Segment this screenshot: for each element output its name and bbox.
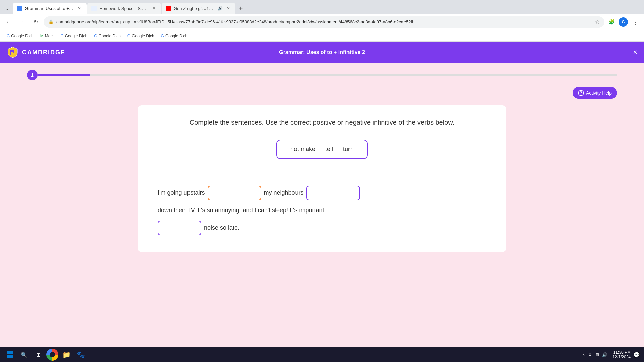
progress-segment-2	[90, 74, 143, 76]
bookmark-google-dich-2[interactable]: G Google Dịch	[58, 33, 90, 39]
mic-icon: 🎙	[588, 352, 592, 357]
activity-help-label: Activity Help	[586, 90, 612, 96]
youtube-tab-close[interactable]: ✕	[225, 5, 231, 11]
bookmark-google-dich-1[interactable]: G Google Dịch	[4, 33, 36, 39]
menu-button[interactable]: ⋮	[630, 17, 641, 27]
progress-segment-6	[301, 74, 354, 76]
progress-bar: 1	[27, 70, 617, 80]
activity-help-container: ? Activity Help	[27, 87, 617, 99]
grammar-favicon	[17, 6, 22, 11]
tab-youtube[interactable]: Gen Z nghe gì: #13 Mùa đ... 🔊 ✕	[162, 3, 235, 14]
word-not-make: not make	[290, 146, 315, 153]
windows-start-button[interactable]	[4, 349, 16, 361]
answer-input-3[interactable]	[158, 221, 201, 235]
extensions-button[interactable]: 🧩	[607, 17, 616, 27]
volume-icon: 🔊	[602, 352, 607, 357]
grammar-tab-close[interactable]: ✕	[76, 5, 83, 11]
files-taskbar-button[interactable]: 📁	[60, 349, 72, 361]
studyx-favicon	[91, 6, 97, 11]
sentence-part-3-after: noise so late.	[204, 221, 239, 235]
progress-segment-10	[512, 74, 565, 76]
address-bar-row: ← → ↻ 🔒 cambridgeone.org/nlp/learner/org…	[0, 14, 644, 30]
progress-segment-1	[38, 74, 90, 76]
activity-help-icon: ?	[578, 90, 584, 96]
cambridge-text: CAMBRIDGE	[22, 49, 65, 56]
profile-button[interactable]: C	[619, 17, 628, 27]
cambridge-logo: CAMBRIDGE	[7, 46, 65, 58]
answer-input-2[interactable]	[306, 186, 360, 200]
bookmark-star-icon[interactable]: ☆	[595, 19, 600, 25]
tab-grammar[interactable]: Grammar: Uses of to + infinitiv... ✕	[13, 3, 87, 14]
svg-rect-2	[13, 50, 14, 53]
word-bank-wrapper: not make tell turn	[158, 140, 486, 172]
clock-time: 11:30 PM	[613, 350, 631, 355]
progress-segment-11	[565, 74, 617, 76]
cambridge-header: CAMBRIDGE Grammar: Uses of to + infiniti…	[0, 42, 644, 63]
word-turn: turn	[343, 146, 354, 153]
exercise-area: Complete the sentences. Use the correct …	[138, 105, 506, 252]
sentence-part-1-middle: my neighbours	[264, 186, 304, 200]
progress-segment-4	[196, 74, 248, 76]
notification-icon[interactable]: 💬	[633, 352, 640, 358]
browser-chrome: ⌄ Grammar: Uses of to + infinitiv... ✕ H…	[0, 0, 644, 42]
back-button[interactable]: ←	[3, 17, 14, 27]
reload-button[interactable]: ↻	[30, 17, 41, 27]
cambridge-shield-icon	[7, 46, 19, 58]
clock-display[interactable]: 11:30 PM 12/1/2024	[613, 350, 631, 359]
instruction-text: Complete the sentences. Use the correct …	[158, 119, 486, 126]
progress-segment-7	[354, 74, 407, 76]
youtube-favicon	[166, 6, 171, 11]
caret-up-icon[interactable]: ∧	[582, 352, 585, 357]
word-tell: tell	[325, 146, 333, 153]
svg-rect-3	[7, 351, 10, 354]
grammar-tab-title: Grammar: Uses of to + infinitiv...	[25, 6, 74, 11]
progress-segment-5	[248, 74, 301, 76]
bookmark-google-dich-4[interactable]: G Google Dịch	[125, 33, 157, 39]
tab-studyx[interactable]: Homework Space - StudyX ✕	[87, 3, 161, 14]
content-area: 1 ? Activity Help Complete the sentences…	[0, 63, 644, 298]
svg-rect-5	[7, 355, 10, 358]
svg-rect-6	[10, 355, 13, 358]
sentence-line-2: down their TV. It's so annoying, and I c…	[158, 204, 486, 217]
network-icon: 🖥	[595, 352, 599, 357]
studyx-tab-title: Homework Space - StudyX	[99, 6, 148, 11]
sentence-line-3: noise so late.	[158, 221, 486, 235]
tab-bar: ⌄ Grammar: Uses of to + infinitiv... ✕ H…	[0, 0, 644, 14]
bookmark-google-dich-3[interactable]: G Google Dịch	[91, 33, 123, 39]
sentence-line-1: I'm going upstairs my neighbours	[158, 186, 486, 200]
speaker-icon: 🔊	[218, 6, 223, 11]
taskbar: 🔍 ⊞ 📁 🐾 ∧ 🎙 🖥 🔊 11:30 PM 12/1/2024 💬	[0, 347, 644, 362]
progress-step-1: 1	[27, 70, 38, 80]
tab-expand-button[interactable]: ⌄	[3, 4, 12, 13]
claw-taskbar-button[interactable]: 🐾	[74, 349, 87, 361]
chrome-taskbar-button[interactable]	[46, 349, 58, 361]
system-tray: ∧ 🎙 🖥 🔊 11:30 PM 12/1/2024 💬	[582, 350, 640, 359]
header-title: Grammar: Uses of to + infinitive 2	[279, 49, 365, 55]
header-close-button[interactable]: ×	[633, 48, 637, 57]
forward-button[interactable]: →	[17, 17, 28, 27]
youtube-tab-title: Gen Z nghe gì: #13 Mùa đ...	[174, 6, 215, 11]
address-bar[interactable]: 🔒 cambridgeone.org/nlp/learner/org_cup_l…	[44, 16, 604, 28]
word-bank: not make tell turn	[276, 140, 368, 159]
progress-segment-3	[143, 74, 196, 76]
activity-help-button[interactable]: ? Activity Help	[573, 87, 617, 99]
answer-input-1[interactable]	[208, 186, 261, 200]
svg-rect-4	[10, 351, 13, 354]
bookmark-google-dich-5[interactable]: G Google Dịch	[158, 33, 191, 39]
page-content: CAMBRIDGE Grammar: Uses of to + infiniti…	[0, 42, 644, 362]
address-text: cambridgeone.org/nlp/learner/org_cup_lmv…	[56, 19, 592, 24]
windows-logo-icon	[7, 351, 13, 358]
sentence-area: I'm going upstairs my neighbours down th…	[158, 186, 486, 235]
studyx-tab-close[interactable]: ✕	[151, 5, 157, 11]
bookmarks-bar: G Google Dịch M Meet G Google Dịch G Goo…	[0, 30, 644, 42]
sentence-part-1-before: I'm going upstairs	[158, 186, 205, 200]
extension-icons: 🧩 C ⋮	[607, 17, 641, 27]
bookmark-meet[interactable]: M Meet	[38, 33, 57, 39]
search-taskbar-button[interactable]: 🔍	[18, 349, 30, 361]
task-view-button[interactable]: ⊞	[32, 349, 44, 361]
progress-segment-8	[407, 74, 459, 76]
sentence-part-2: down their TV. It's so annoying, and I c…	[158, 204, 324, 217]
clock-date: 12/1/2024	[613, 355, 631, 359]
progress-segment-9	[459, 74, 512, 76]
new-tab-button[interactable]: +	[236, 4, 246, 13]
